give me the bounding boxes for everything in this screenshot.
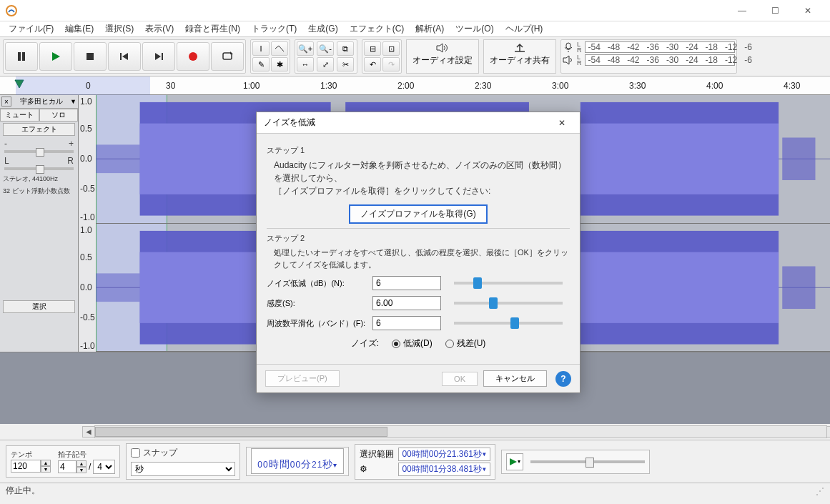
zoom-fit-icon[interactable]: ↔ bbox=[297, 57, 314, 71]
time-display[interactable]: 00時間00分21秒▾ bbox=[246, 447, 349, 476]
timeline-ruler[interactable]: 0 30 1:00 1:30 2:00 2:30 3:00 3:30 4:00 … bbox=[0, 76, 830, 95]
menu-generate[interactable]: 生成(G) bbox=[302, 21, 343, 36]
svg-point-0 bbox=[6, 6, 16, 16]
menubar: ファイル(F) 編集(E) 選択(S) 表示(V) 録音と再生(N) トラック(… bbox=[0, 21, 830, 37]
zoom-in-icon[interactable]: 🔍+ bbox=[297, 41, 314, 56]
trim-outside-icon[interactable]: ⊟ bbox=[364, 41, 381, 56]
selection-start[interactable]: 00時間00分21.361秒▾ bbox=[398, 448, 490, 461]
track-close-button[interactable]: × bbox=[1, 97, 11, 107]
zoom-out-icon[interactable]: 🔍- bbox=[317, 41, 334, 56]
menu-transport[interactable]: 録音と再生(N) bbox=[179, 21, 246, 36]
track-select-button[interactable]: 選択 bbox=[3, 300, 75, 313]
skip-end-button[interactable] bbox=[142, 42, 175, 71]
menu-tools[interactable]: ツール(O) bbox=[450, 21, 499, 36]
pause-button[interactable] bbox=[5, 42, 38, 71]
vertical-scale: 1.0 0.5 0.0 -0.5 -1.0 1.0 0.5 0.0 -0.5 -… bbox=[79, 95, 96, 352]
noise-reduction-slider[interactable] bbox=[454, 282, 563, 285]
dialog-close-button[interactable]: ✕ bbox=[551, 118, 573, 128]
gear-icon[interactable]: ⚙ bbox=[360, 464, 394, 474]
timesig-num-input[interactable]: ▲▼ bbox=[58, 460, 87, 473]
timesig-denom-select[interactable]: 4 bbox=[93, 460, 115, 474]
maximize-button[interactable]: ☐ bbox=[759, 0, 791, 21]
svg-rect-1 bbox=[18, 52, 21, 61]
share-audio-label: オーディオ共有 bbox=[490, 54, 550, 66]
freq-smoothing-input[interactable] bbox=[372, 316, 441, 330]
svg-marker-7 bbox=[155, 53, 161, 60]
effects-button[interactable]: エフェクト bbox=[3, 123, 75, 136]
rec-lr-label: LR bbox=[577, 41, 582, 53]
menu-select[interactable]: 選択(S) bbox=[99, 21, 139, 36]
recording-meter[interactable]: -54-48-42-36-30-24-18-12-6 bbox=[585, 41, 735, 53]
scroll-right-button[interactable]: ► bbox=[826, 426, 830, 438]
menu-tracks[interactable]: トラック(T) bbox=[246, 21, 302, 36]
close-button[interactable]: ✕ bbox=[791, 0, 824, 21]
undo-icon[interactable]: ↶ bbox=[364, 57, 381, 71]
solo-button[interactable]: ソロ bbox=[39, 109, 79, 122]
multi-tool-icon[interactable]: ✱ bbox=[271, 57, 288, 71]
status-bar: 停止中。 ⋰ bbox=[0, 483, 830, 498]
svg-marker-3 bbox=[52, 52, 60, 61]
cancel-button[interactable]: キャンセル bbox=[483, 370, 547, 387]
zoom-fit-sel-icon[interactable]: ⧉ bbox=[337, 41, 354, 56]
tempo-input[interactable]: ▲▼ bbox=[11, 460, 51, 473]
scroll-left-button[interactable]: ◄ bbox=[82, 426, 95, 438]
menu-help[interactable]: ヘルプ(H) bbox=[500, 21, 549, 36]
sensitivity-slider[interactable] bbox=[454, 302, 563, 305]
silence-icon[interactable]: ⊡ bbox=[382, 41, 400, 56]
help-button[interactable]: ? bbox=[555, 371, 571, 387]
sensitivity-label: 感度(S): bbox=[267, 298, 367, 309]
gain-slider[interactable]: -+ bbox=[4, 139, 74, 153]
audio-setup-label: オーディオ設定 bbox=[412, 54, 473, 66]
track-menu-button[interactable]: ▼ bbox=[70, 98, 76, 105]
residue-radio[interactable]: 残差(U) bbox=[445, 337, 486, 350]
trim-icon[interactable]: ✂ bbox=[337, 57, 354, 71]
get-noise-profile-button[interactable]: ノイズプロファイルを取得(G) bbox=[349, 204, 487, 224]
reduce-radio[interactable]: 低減(D) bbox=[392, 337, 433, 350]
noise-reduction-dialog: ノイズを低減 ✕ ステップ 1 Audacity にフィルター対象を判断させるた… bbox=[256, 112, 580, 393]
svg-rect-13 bbox=[566, 43, 570, 49]
snap-unit-select[interactable]: 秒 bbox=[131, 462, 235, 476]
snap-checkbox[interactable] bbox=[131, 448, 140, 458]
skip-start-button[interactable] bbox=[108, 42, 141, 71]
zoom-toggle-icon[interactable]: ⤢ bbox=[317, 57, 334, 71]
menu-file[interactable]: ファイル(F) bbox=[3, 21, 59, 36]
freq-smoothing-slider[interactable] bbox=[454, 322, 563, 325]
loop-button[interactable] bbox=[211, 42, 244, 71]
pan-slider[interactable]: LR bbox=[4, 156, 74, 170]
ruler-selection bbox=[16, 76, 150, 95]
titlebar: — ☐ ✕ bbox=[0, 0, 830, 21]
ok-button[interactable]: OK bbox=[442, 372, 478, 386]
playback-meter[interactable]: -54-48-42-36-30-24-18-12-6 bbox=[585, 54, 735, 66]
play-button[interactable] bbox=[39, 42, 72, 71]
menu-analyze[interactable]: 解析(A) bbox=[410, 21, 450, 36]
svg-rect-35 bbox=[782, 266, 815, 309]
track-format-1: ステレオ, 44100Hz bbox=[0, 173, 78, 185]
noise-reduction-input[interactable] bbox=[372, 276, 441, 290]
horizontal-scrollbar[interactable]: ◄ ► bbox=[94, 425, 827, 438]
track-name[interactable]: 宇多田ヒカル bbox=[13, 97, 70, 107]
svg-marker-14 bbox=[563, 56, 569, 64]
record-button[interactable] bbox=[177, 42, 209, 71]
playback-speed-slider[interactable] bbox=[530, 460, 645, 463]
menu-edit[interactable]: 編集(E) bbox=[59, 21, 99, 36]
resize-grip-icon[interactable]: ⋰ bbox=[816, 486, 824, 496]
preview-button[interactable]: プレビュー(P) bbox=[265, 370, 340, 387]
redo-icon[interactable]: ↷ bbox=[382, 57, 400, 71]
envelope-tool-icon[interactable] bbox=[271, 41, 288, 56]
menu-effect[interactable]: エフェクト(C) bbox=[344, 21, 410, 36]
speaker-icon bbox=[436, 43, 449, 53]
scroll-thumb[interactable] bbox=[95, 427, 387, 437]
mute-button[interactable]: ミュート bbox=[0, 109, 39, 122]
bottom-toolbar: テンポ ▲▼ 拍子記号 ▲▼ / 4 スナップ 秒 00時間00分21秒▾ 選択… bbox=[0, 440, 830, 483]
draw-tool-icon[interactable]: ✎ bbox=[252, 57, 270, 71]
minimize-button[interactable]: — bbox=[726, 0, 759, 21]
audio-setup-button[interactable]: オーディオ設定 bbox=[406, 39, 479, 74]
share-audio-button[interactable]: オーディオ共有 bbox=[483, 39, 556, 74]
selection-tool-icon[interactable]: I bbox=[252, 41, 270, 56]
stop-button[interactable] bbox=[74, 42, 107, 71]
play-at-speed-button[interactable]: ▾ bbox=[506, 453, 523, 470]
selection-end[interactable]: 00時間01分38.481秒▾ bbox=[398, 463, 490, 476]
sensitivity-input[interactable] bbox=[372, 296, 441, 310]
status-text: 停止中。 bbox=[6, 485, 40, 497]
menu-view[interactable]: 表示(V) bbox=[139, 21, 179, 36]
